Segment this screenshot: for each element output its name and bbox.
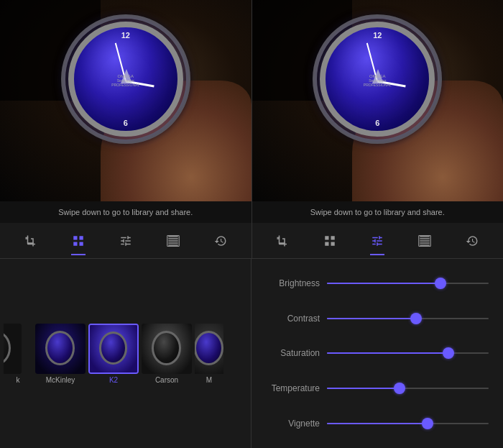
left-history-button[interactable] <box>209 229 232 252</box>
left-adjust-button[interactable] <box>114 229 137 252</box>
svg-rect-6 <box>331 236 335 239</box>
sliders-icon-right <box>370 234 384 248</box>
filters-panel: k McKinley K2 Carson <box>0 259 251 448</box>
contrast-track[interactable] <box>327 318 489 319</box>
saturation-row: Saturation <box>262 348 489 358</box>
svg-rect-8 <box>331 242 335 245</box>
filter-icon-right <box>323 234 337 248</box>
right-adjust-button[interactable] <box>366 229 389 252</box>
right-image-panel: 12 6 OMEGASeamasterPROFESSIONAL Swipe do… <box>251 0 504 223</box>
toolbar-row <box>0 223 503 259</box>
filter-list: k McKinley K2 Carson <box>0 259 251 448</box>
tone-icon-left <box>166 234 180 248</box>
right-history-button[interactable] <box>461 229 484 252</box>
vignette-track[interactable] <box>327 423 489 424</box>
right-tone-button[interactable] <box>413 229 436 252</box>
bottom-section: k McKinley K2 Carson <box>0 259 503 448</box>
temperature-track[interactable] <box>327 388 489 389</box>
left-toolbar <box>0 223 251 258</box>
vignette-row: Vignette <box>262 419 489 429</box>
tone-icon-right <box>417 234 432 248</box>
brightness-track[interactable] <box>327 283 489 284</box>
crop-icon-right <box>275 234 290 248</box>
history-icon-right <box>465 234 479 248</box>
filter-item-partial-right[interactable]: M <box>195 324 223 384</box>
left-watch-image: 12 6 OMEGASeamasterPROFESSIONAL <box>0 0 251 201</box>
svg-rect-0 <box>73 236 77 239</box>
right-toolbar <box>251 223 504 258</box>
filter-item-carson[interactable]: Carson <box>142 324 192 384</box>
brightness-row: Brightness <box>262 278 489 288</box>
left-filter-button[interactable] <box>67 229 90 252</box>
contrast-row: Contrast <box>262 314 489 324</box>
filter-item-k2[interactable]: K2 <box>88 324 139 384</box>
left-image-panel: 12 6 OMEGASeamasterPROFESSIONAL Swipe do… <box>0 0 251 223</box>
image-panels: 12 6 OMEGASeamasterPROFESSIONAL Swipe do… <box>0 0 503 223</box>
svg-rect-5 <box>326 236 329 239</box>
sliders-panel: Brightness Contrast Saturation Tempera <box>251 259 503 448</box>
filter-item-partial-left[interactable]: k <box>4 324 32 384</box>
right-crop-button[interactable] <box>271 229 294 252</box>
svg-rect-7 <box>326 242 329 245</box>
sliders-icon-left <box>119 234 133 248</box>
svg-rect-1 <box>79 236 83 239</box>
history-icon-left <box>213 234 228 248</box>
left-crop-button[interactable] <box>19 229 42 252</box>
crop-icon <box>24 234 38 248</box>
temperature-row: Temperature <box>262 383 489 393</box>
left-tone-button[interactable] <box>162 229 185 252</box>
right-caption: Swipe down to go to library and share. <box>252 201 504 223</box>
right-filter-button[interactable] <box>318 229 341 252</box>
svg-rect-2 <box>73 242 77 245</box>
saturation-track[interactable] <box>327 352 489 354</box>
right-watch-image: 12 6 OMEGASeamasterPROFESSIONAL <box>252 0 504 201</box>
filter-icon <box>71 234 86 248</box>
filter-item-mckinley[interactable]: McKinley <box>35 324 86 384</box>
svg-rect-3 <box>79 242 83 245</box>
left-caption: Swipe down to go to library and share. <box>0 201 251 223</box>
